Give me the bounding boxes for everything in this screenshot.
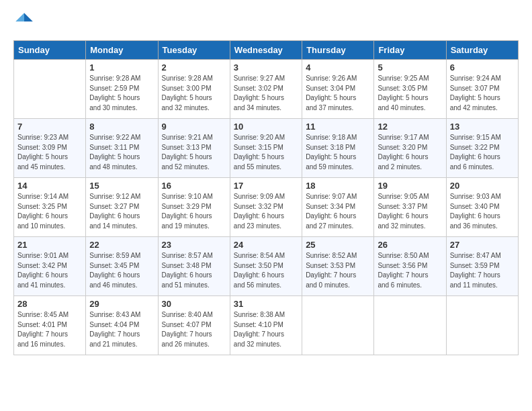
- calendar-cell: 1Sunrise: 9:28 AM Sunset: 2:59 PM Daylig…: [86, 60, 158, 119]
- calendar-cell: 7Sunrise: 9:23 AM Sunset: 3:09 PM Daylig…: [14, 119, 86, 178]
- day-info: Sunrise: 8:38 AM Sunset: 4:10 PM Dayligh…: [234, 310, 298, 349]
- calendar-cell: 26Sunrise: 8:50 AM Sunset: 3:56 PM Dayli…: [374, 237, 446, 296]
- day-number: 15: [89, 181, 154, 191]
- calendar-cell: [302, 296, 374, 355]
- calendar-cell: 29Sunrise: 8:43 AM Sunset: 4:04 PM Dayli…: [86, 296, 158, 355]
- weekday-wednesday: Wednesday: [230, 41, 302, 60]
- day-number: 10: [234, 122, 298, 132]
- day-info: Sunrise: 8:52 AM Sunset: 3:53 PM Dayligh…: [306, 251, 370, 290]
- day-info: Sunrise: 9:10 AM Sunset: 3:29 PM Dayligh…: [162, 192, 226, 231]
- calendar-cell: 11Sunrise: 9:18 AM Sunset: 3:18 PM Dayli…: [302, 119, 374, 178]
- day-number: 18: [306, 181, 370, 191]
- day-info: Sunrise: 9:05 AM Sunset: 3:37 PM Dayligh…: [378, 192, 442, 231]
- day-number: 12: [378, 122, 442, 132]
- day-number: 11: [306, 122, 370, 132]
- calendar-cell: 30Sunrise: 8:40 AM Sunset: 4:07 PM Dayli…: [158, 296, 230, 355]
- weekday-sunday: Sunday: [14, 41, 86, 60]
- day-info: Sunrise: 9:28 AM Sunset: 2:59 PM Dayligh…: [89, 74, 154, 113]
- calendar-cell: 16Sunrise: 9:10 AM Sunset: 3:29 PM Dayli…: [158, 178, 230, 237]
- day-number: 2: [162, 62, 226, 73]
- calendar-cell: 5Sunrise: 9:25 AM Sunset: 3:05 PM Daylig…: [374, 60, 446, 119]
- calendar-cell: 21Sunrise: 9:01 AM Sunset: 3:42 PM Dayli…: [14, 237, 86, 296]
- day-info: Sunrise: 9:09 AM Sunset: 3:32 PM Dayligh…: [234, 192, 298, 231]
- calendar-cell: [446, 296, 518, 355]
- calendar-week-5: 28Sunrise: 8:45 AM Sunset: 4:01 PM Dayli…: [14, 296, 519, 355]
- day-number: 25: [306, 240, 370, 250]
- calendar-cell: [374, 296, 446, 355]
- day-info: Sunrise: 9:01 AM Sunset: 3:42 PM Dayligh…: [17, 251, 82, 290]
- day-number: 17: [234, 181, 298, 191]
- calendar-cell: 4Sunrise: 9:26 AM Sunset: 3:04 PM Daylig…: [302, 60, 374, 119]
- day-number: 22: [89, 240, 154, 250]
- calendar-cell: 19Sunrise: 9:05 AM Sunset: 3:37 PM Dayli…: [374, 178, 446, 237]
- calendar-week-1: 1Sunrise: 9:28 AM Sunset: 2:59 PM Daylig…: [14, 60, 519, 119]
- day-number: 29: [89, 299, 154, 309]
- calendar-cell: 31Sunrise: 8:38 AM Sunset: 4:10 PM Dayli…: [230, 296, 302, 355]
- weekday-saturday: Saturday: [446, 41, 518, 60]
- day-info: Sunrise: 9:12 AM Sunset: 3:27 PM Dayligh…: [89, 192, 154, 231]
- day-number: 1: [89, 62, 154, 73]
- day-number: 24: [234, 240, 298, 250]
- day-info: Sunrise: 9:14 AM Sunset: 3:25 PM Dayligh…: [17, 192, 82, 231]
- weekday-monday: Monday: [86, 41, 158, 60]
- calendar-cell: 9Sunrise: 9:21 AM Sunset: 3:13 PM Daylig…: [158, 119, 230, 178]
- day-number: 16: [162, 181, 226, 191]
- calendar-cell: 17Sunrise: 9:09 AM Sunset: 3:32 PM Dayli…: [230, 178, 302, 237]
- day-number: 28: [17, 299, 82, 309]
- calendar-cell: 23Sunrise: 8:57 AM Sunset: 3:48 PM Dayli…: [158, 237, 230, 296]
- logo: [13, 11, 38, 32]
- day-number: 8: [89, 122, 154, 132]
- calendar-cell: 24Sunrise: 8:54 AM Sunset: 3:50 PM Dayli…: [230, 237, 302, 296]
- day-info: Sunrise: 8:59 AM Sunset: 3:45 PM Dayligh…: [89, 251, 154, 290]
- calendar-cell: 28Sunrise: 8:45 AM Sunset: 4:01 PM Dayli…: [14, 296, 86, 355]
- weekday-thursday: Thursday: [302, 41, 374, 60]
- calendar-cell: 2Sunrise: 9:28 AM Sunset: 3:00 PM Daylig…: [158, 60, 230, 119]
- calendar-cell: 13Sunrise: 9:15 AM Sunset: 3:22 PM Dayli…: [446, 119, 518, 178]
- day-info: Sunrise: 8:54 AM Sunset: 3:50 PM Dayligh…: [234, 251, 298, 290]
- day-info: Sunrise: 9:22 AM Sunset: 3:11 PM Dayligh…: [89, 133, 154, 172]
- day-number: 30: [162, 299, 226, 309]
- calendar-week-4: 21Sunrise: 9:01 AM Sunset: 3:42 PM Dayli…: [14, 237, 519, 296]
- calendar-cell: [14, 60, 86, 119]
- day-info: Sunrise: 8:45 AM Sunset: 4:01 PM Dayligh…: [17, 310, 82, 349]
- calendar-cell: 25Sunrise: 8:52 AM Sunset: 3:53 PM Dayli…: [302, 237, 374, 296]
- day-info: Sunrise: 9:15 AM Sunset: 3:22 PM Dayligh…: [450, 133, 515, 172]
- day-info: Sunrise: 9:07 AM Sunset: 3:34 PM Dayligh…: [306, 192, 370, 231]
- day-number: 4: [306, 62, 370, 73]
- calendar-cell: 15Sunrise: 9:12 AM Sunset: 3:27 PM Dayli…: [86, 178, 158, 237]
- day-number: 6: [450, 62, 515, 73]
- day-info: Sunrise: 8:43 AM Sunset: 4:04 PM Dayligh…: [89, 310, 154, 349]
- weekday-friday: Friday: [374, 41, 446, 60]
- calendar-cell: 8Sunrise: 9:22 AM Sunset: 3:11 PM Daylig…: [86, 119, 158, 178]
- svg-marker-1: [15, 13, 24, 21]
- weekday-tuesday: Tuesday: [158, 41, 230, 60]
- calendar-cell: 6Sunrise: 9:24 AM Sunset: 3:07 PM Daylig…: [446, 60, 518, 119]
- header: [13, 11, 519, 32]
- day-info: Sunrise: 8:50 AM Sunset: 3:56 PM Dayligh…: [378, 251, 442, 290]
- svg-marker-0: [24, 13, 33, 21]
- day-number: 26: [378, 240, 442, 250]
- day-info: Sunrise: 9:21 AM Sunset: 3:13 PM Dayligh…: [162, 133, 226, 172]
- day-number: 27: [450, 240, 515, 250]
- day-info: Sunrise: 9:28 AM Sunset: 3:00 PM Dayligh…: [162, 74, 226, 113]
- calendar-cell: 22Sunrise: 8:59 AM Sunset: 3:45 PM Dayli…: [86, 237, 158, 296]
- calendar-cell: 27Sunrise: 8:47 AM Sunset: 3:59 PM Dayli…: [446, 237, 518, 296]
- day-number: 5: [378, 62, 442, 73]
- calendar-cell: 3Sunrise: 9:27 AM Sunset: 3:02 PM Daylig…: [230, 60, 302, 119]
- day-info: Sunrise: 9:03 AM Sunset: 3:40 PM Dayligh…: [450, 192, 515, 231]
- day-number: 20: [450, 181, 515, 191]
- day-info: Sunrise: 9:17 AM Sunset: 3:20 PM Dayligh…: [378, 133, 442, 172]
- day-info: Sunrise: 8:47 AM Sunset: 3:59 PM Dayligh…: [450, 251, 515, 290]
- day-number: 3: [234, 62, 298, 73]
- day-info: Sunrise: 9:24 AM Sunset: 3:07 PM Dayligh…: [450, 74, 515, 113]
- calendar-week-2: 7Sunrise: 9:23 AM Sunset: 3:09 PM Daylig…: [14, 119, 519, 178]
- day-info: Sunrise: 8:40 AM Sunset: 4:07 PM Dayligh…: [162, 310, 226, 349]
- day-number: 14: [17, 181, 82, 191]
- calendar-cell: 10Sunrise: 9:20 AM Sunset: 3:15 PM Dayli…: [230, 119, 302, 178]
- day-info: Sunrise: 9:23 AM Sunset: 3:09 PM Dayligh…: [17, 133, 82, 172]
- day-number: 21: [17, 240, 82, 250]
- day-info: Sunrise: 9:26 AM Sunset: 3:04 PM Dayligh…: [306, 74, 370, 113]
- day-info: Sunrise: 8:57 AM Sunset: 3:48 PM Dayligh…: [162, 251, 226, 290]
- day-info: Sunrise: 9:20 AM Sunset: 3:15 PM Dayligh…: [234, 133, 298, 172]
- calendar-cell: 14Sunrise: 9:14 AM Sunset: 3:25 PM Dayli…: [14, 178, 86, 237]
